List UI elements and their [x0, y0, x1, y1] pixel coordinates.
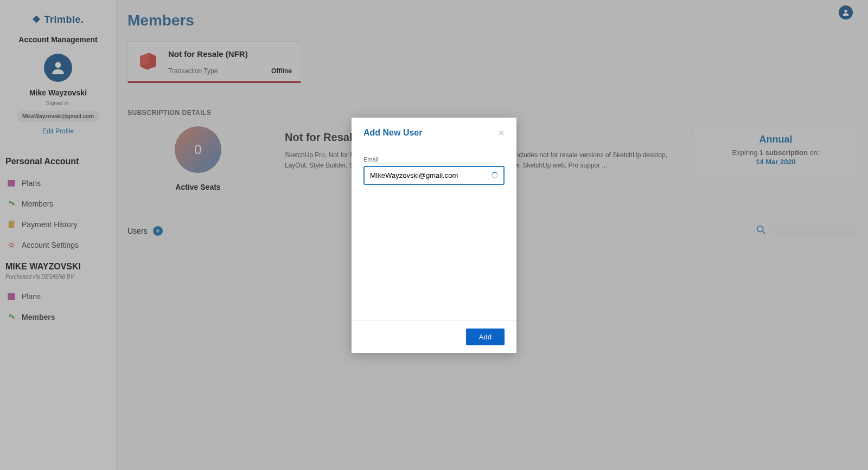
sidebar-section-title: Account Management [0, 35, 116, 44]
email-label: Email [363, 156, 505, 163]
brand-logo: ❖ Trimble. [0, 14, 116, 25]
subscription-details-label: SUBSCRIPTION DETAILS [127, 109, 857, 117]
sidebar-item-team-members[interactable]: Members [0, 307, 116, 327]
svg-rect-8 [8, 293, 15, 300]
sidebar-item-label: Members [22, 199, 53, 208]
personal-account-label: Personal Account [0, 150, 116, 173]
sidebar-item-label: Members [22, 313, 55, 321]
sidebar-item-label: Payment History [22, 220, 78, 229]
seats-count: 0 [175, 126, 221, 173]
email-field-wrap [363, 166, 505, 185]
edit-profile-link[interactable]: Edit Profile [0, 127, 116, 135]
term-date: 14 Mar 2020 [703, 158, 848, 166]
sidebar-item-label: Plans [22, 179, 41, 188]
svg-point-6 [10, 243, 13, 247]
sidebar-item-plans[interactable]: Plans [0, 173, 116, 194]
sidebar-item-members[interactable]: Members [0, 194, 116, 214]
sidebar-item-payment-history[interactable]: Payment History [0, 214, 116, 235]
transaction-type-label: Transaction Type [168, 67, 218, 75]
payment-icon [7, 220, 16, 229]
term-expiring: Expiring 1 subscription on: [703, 149, 848, 157]
user-name: Mike Wayzovski [0, 88, 116, 97]
search-icon[interactable] [755, 224, 767, 238]
svg-point-2 [9, 201, 12, 204]
svg-point-15 [757, 226, 763, 232]
sketchup-icon [137, 49, 159, 72]
add-user-modal: Add New User × Email Add [352, 118, 516, 353]
product-card[interactable]: Not for Resale (NFR) Transaction Type Of… [127, 41, 301, 83]
svg-point-4 [13, 204, 15, 205]
user-avatar-icon [44, 54, 72, 82]
brand-name: Trimble. [44, 14, 84, 25]
add-user-button[interactable] [153, 226, 163, 236]
svg-point-7 [8, 242, 15, 248]
loading-spinner-icon [492, 172, 498, 178]
settings-icon [7, 240, 16, 250]
svg-point-9 [9, 314, 12, 317]
plans-icon [7, 178, 16, 188]
svg-point-0 [55, 62, 61, 68]
svg-point-11 [13, 317, 15, 319]
account-avatar-button[interactable] [839, 5, 853, 20]
product-info: Not for Resale (NFR) Transaction Type Of… [168, 49, 292, 75]
sidebar: ❖ Trimble. Account Management Mike Wayzo… [0, 0, 117, 470]
team-account-label: MIKE WAYZOVSKI [0, 255, 116, 274]
users-search-input[interactable] [770, 225, 857, 237]
user-email-chip: MikeWayzovski@gmail.com [17, 111, 99, 122]
brand-logo-glyph: ❖ [32, 14, 41, 25]
users-label: Users [127, 227, 148, 235]
term-title: Annual [703, 134, 848, 145]
modal-title: Add New User [363, 128, 422, 138]
product-name: Not for Resale (NFR) [168, 49, 292, 59]
plans-icon [7, 292, 16, 301]
users-search [755, 224, 857, 238]
page-title: Members [127, 12, 857, 29]
add-button[interactable]: Add [466, 329, 505, 345]
members-icon [7, 199, 16, 209]
sidebar-item-label: Plans [22, 292, 41, 301]
svg-line-16 [763, 231, 765, 234]
active-seats-block: 0 Active Seats [127, 126, 269, 191]
subscription-term-block: Annual Expiring 1 subscription on: 14 Ma… [694, 126, 857, 173]
close-icon[interactable]: × [498, 127, 505, 138]
email-input[interactable] [370, 171, 492, 179]
svg-rect-1 [8, 180, 15, 186]
purchased-via-label: Purchased via DESIGN8 BV [0, 274, 116, 286]
sidebar-item-team-plans[interactable]: Plans [0, 286, 116, 307]
svg-point-12 [844, 10, 847, 12]
signed-in-label: Signed in: [0, 100, 116, 106]
members-icon [7, 312, 16, 322]
sidebar-item-label: Account Settings [22, 241, 79, 249]
transaction-type-value: Offline [271, 67, 292, 75]
seats-label: Active Seats [127, 183, 269, 191]
sidebar-item-account-settings[interactable]: Account Settings [0, 235, 116, 255]
svg-rect-5 [9, 221, 15, 228]
